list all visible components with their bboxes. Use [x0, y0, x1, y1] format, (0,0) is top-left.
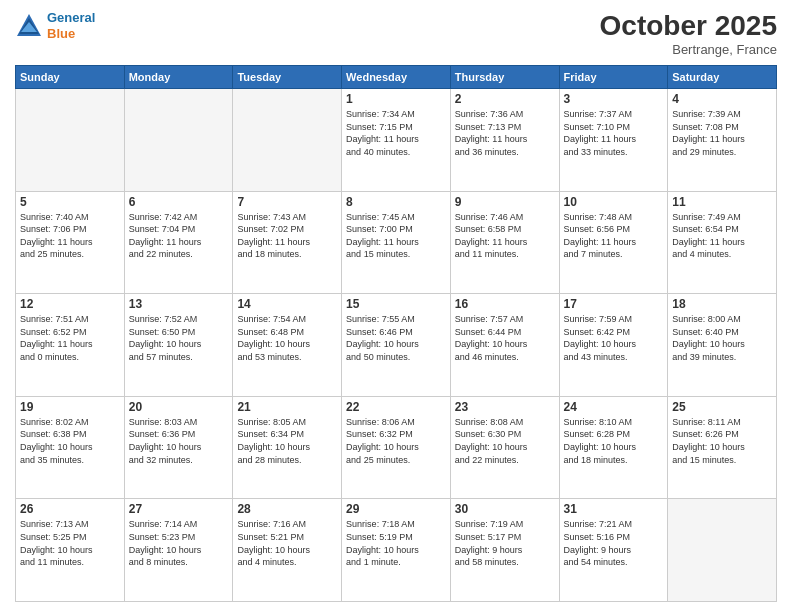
day-info: Sunrise: 8:00 AM Sunset: 6:40 PM Dayligh… [672, 313, 772, 363]
day-number: 26 [20, 502, 120, 516]
day-number: 24 [564, 400, 664, 414]
calendar-cell: 27Sunrise: 7:14 AM Sunset: 5:23 PM Dayli… [124, 499, 233, 602]
day-number: 4 [672, 92, 772, 106]
day-info: Sunrise: 7:21 AM Sunset: 5:16 PM Dayligh… [564, 518, 664, 568]
title-block: October 2025 Bertrange, France [600, 10, 777, 57]
calendar-cell [668, 499, 777, 602]
calendar-cell: 5Sunrise: 7:40 AM Sunset: 7:06 PM Daylig… [16, 191, 125, 294]
weekday-header-sunday: Sunday [16, 66, 125, 89]
day-info: Sunrise: 7:18 AM Sunset: 5:19 PM Dayligh… [346, 518, 446, 568]
day-number: 31 [564, 502, 664, 516]
day-info: Sunrise: 7:55 AM Sunset: 6:46 PM Dayligh… [346, 313, 446, 363]
day-number: 28 [237, 502, 337, 516]
day-number: 19 [20, 400, 120, 414]
calendar-cell [16, 89, 125, 192]
day-number: 15 [346, 297, 446, 311]
logo-text: General Blue [47, 10, 95, 41]
day-info: Sunrise: 8:05 AM Sunset: 6:34 PM Dayligh… [237, 416, 337, 466]
calendar-cell: 26Sunrise: 7:13 AM Sunset: 5:25 PM Dayli… [16, 499, 125, 602]
day-number: 10 [564, 195, 664, 209]
weekday-header-friday: Friday [559, 66, 668, 89]
day-info: Sunrise: 8:08 AM Sunset: 6:30 PM Dayligh… [455, 416, 555, 466]
weekday-header-tuesday: Tuesday [233, 66, 342, 89]
header: General Blue October 2025 Bertrange, Fra… [15, 10, 777, 57]
day-info: Sunrise: 8:10 AM Sunset: 6:28 PM Dayligh… [564, 416, 664, 466]
day-info: Sunrise: 8:11 AM Sunset: 6:26 PM Dayligh… [672, 416, 772, 466]
day-info: Sunrise: 7:34 AM Sunset: 7:15 PM Dayligh… [346, 108, 446, 158]
day-info: Sunrise: 7:49 AM Sunset: 6:54 PM Dayligh… [672, 211, 772, 261]
day-number: 8 [346, 195, 446, 209]
calendar-cell: 15Sunrise: 7:55 AM Sunset: 6:46 PM Dayli… [342, 294, 451, 397]
day-info: Sunrise: 7:57 AM Sunset: 6:44 PM Dayligh… [455, 313, 555, 363]
day-number: 21 [237, 400, 337, 414]
day-number: 18 [672, 297, 772, 311]
day-info: Sunrise: 7:14 AM Sunset: 5:23 PM Dayligh… [129, 518, 229, 568]
day-number: 2 [455, 92, 555, 106]
calendar-cell: 28Sunrise: 7:16 AM Sunset: 5:21 PM Dayli… [233, 499, 342, 602]
day-number: 20 [129, 400, 229, 414]
page: General Blue October 2025 Bertrange, Fra… [0, 0, 792, 612]
calendar-cell [233, 89, 342, 192]
week-row-2: 12Sunrise: 7:51 AM Sunset: 6:52 PM Dayli… [16, 294, 777, 397]
day-number: 7 [237, 195, 337, 209]
day-info: Sunrise: 7:59 AM Sunset: 6:42 PM Dayligh… [564, 313, 664, 363]
day-info: Sunrise: 7:16 AM Sunset: 5:21 PM Dayligh… [237, 518, 337, 568]
location: Bertrange, France [600, 42, 777, 57]
day-number: 29 [346, 502, 446, 516]
weekday-header-saturday: Saturday [668, 66, 777, 89]
day-info: Sunrise: 7:13 AM Sunset: 5:25 PM Dayligh… [20, 518, 120, 568]
week-row-3: 19Sunrise: 8:02 AM Sunset: 6:38 PM Dayli… [16, 396, 777, 499]
day-number: 1 [346, 92, 446, 106]
day-info: Sunrise: 8:02 AM Sunset: 6:38 PM Dayligh… [20, 416, 120, 466]
weekday-header-row: SundayMondayTuesdayWednesdayThursdayFrid… [16, 66, 777, 89]
calendar-cell [124, 89, 233, 192]
calendar-cell: 14Sunrise: 7:54 AM Sunset: 6:48 PM Dayli… [233, 294, 342, 397]
day-number: 13 [129, 297, 229, 311]
week-row-1: 5Sunrise: 7:40 AM Sunset: 7:06 PM Daylig… [16, 191, 777, 294]
calendar-cell: 17Sunrise: 7:59 AM Sunset: 6:42 PM Dayli… [559, 294, 668, 397]
calendar-cell: 23Sunrise: 8:08 AM Sunset: 6:30 PM Dayli… [450, 396, 559, 499]
day-info: Sunrise: 7:54 AM Sunset: 6:48 PM Dayligh… [237, 313, 337, 363]
calendar-cell: 29Sunrise: 7:18 AM Sunset: 5:19 PM Dayli… [342, 499, 451, 602]
calendar-cell: 13Sunrise: 7:52 AM Sunset: 6:50 PM Dayli… [124, 294, 233, 397]
week-row-4: 26Sunrise: 7:13 AM Sunset: 5:25 PM Dayli… [16, 499, 777, 602]
day-info: Sunrise: 7:46 AM Sunset: 6:58 PM Dayligh… [455, 211, 555, 261]
day-info: Sunrise: 7:52 AM Sunset: 6:50 PM Dayligh… [129, 313, 229, 363]
day-number: 6 [129, 195, 229, 209]
day-info: Sunrise: 7:48 AM Sunset: 6:56 PM Dayligh… [564, 211, 664, 261]
day-number: 22 [346, 400, 446, 414]
calendar-cell: 4Sunrise: 7:39 AM Sunset: 7:08 PM Daylig… [668, 89, 777, 192]
day-number: 5 [20, 195, 120, 209]
weekday-header-thursday: Thursday [450, 66, 559, 89]
day-info: Sunrise: 7:45 AM Sunset: 7:00 PM Dayligh… [346, 211, 446, 261]
calendar-cell: 10Sunrise: 7:48 AM Sunset: 6:56 PM Dayli… [559, 191, 668, 294]
day-number: 25 [672, 400, 772, 414]
day-number: 30 [455, 502, 555, 516]
calendar-cell: 12Sunrise: 7:51 AM Sunset: 6:52 PM Dayli… [16, 294, 125, 397]
day-number: 12 [20, 297, 120, 311]
day-info: Sunrise: 7:51 AM Sunset: 6:52 PM Dayligh… [20, 313, 120, 363]
day-info: Sunrise: 8:03 AM Sunset: 6:36 PM Dayligh… [129, 416, 229, 466]
calendar-cell: 11Sunrise: 7:49 AM Sunset: 6:54 PM Dayli… [668, 191, 777, 294]
month-title: October 2025 [600, 10, 777, 42]
day-number: 11 [672, 195, 772, 209]
calendar-cell: 22Sunrise: 8:06 AM Sunset: 6:32 PM Dayli… [342, 396, 451, 499]
calendar-cell: 2Sunrise: 7:36 AM Sunset: 7:13 PM Daylig… [450, 89, 559, 192]
day-info: Sunrise: 7:39 AM Sunset: 7:08 PM Dayligh… [672, 108, 772, 158]
day-number: 9 [455, 195, 555, 209]
calendar-cell: 3Sunrise: 7:37 AM Sunset: 7:10 PM Daylig… [559, 89, 668, 192]
calendar-cell: 21Sunrise: 8:05 AM Sunset: 6:34 PM Dayli… [233, 396, 342, 499]
day-number: 16 [455, 297, 555, 311]
day-number: 27 [129, 502, 229, 516]
logo: General Blue [15, 10, 95, 41]
weekday-header-monday: Monday [124, 66, 233, 89]
calendar-cell: 1Sunrise: 7:34 AM Sunset: 7:15 PM Daylig… [342, 89, 451, 192]
calendar-table: SundayMondayTuesdayWednesdayThursdayFrid… [15, 65, 777, 602]
day-info: Sunrise: 7:36 AM Sunset: 7:13 PM Dayligh… [455, 108, 555, 158]
calendar-cell: 31Sunrise: 7:21 AM Sunset: 5:16 PM Dayli… [559, 499, 668, 602]
calendar-cell: 30Sunrise: 7:19 AM Sunset: 5:17 PM Dayli… [450, 499, 559, 602]
calendar-cell: 7Sunrise: 7:43 AM Sunset: 7:02 PM Daylig… [233, 191, 342, 294]
day-number: 17 [564, 297, 664, 311]
day-info: Sunrise: 7:42 AM Sunset: 7:04 PM Dayligh… [129, 211, 229, 261]
day-info: Sunrise: 7:19 AM Sunset: 5:17 PM Dayligh… [455, 518, 555, 568]
